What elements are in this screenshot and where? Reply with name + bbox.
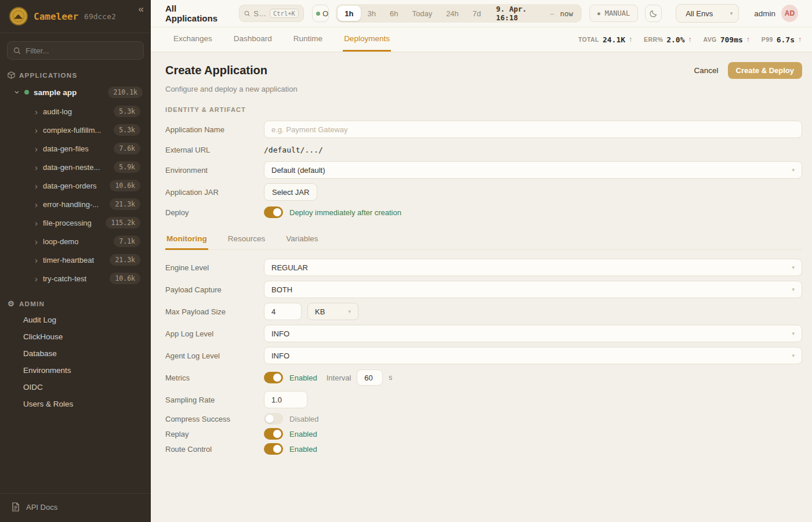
compress-success-toggle[interactable] bbox=[264, 413, 283, 425]
avatar[interactable]: AD bbox=[781, 5, 798, 22]
stat-p99-latency: P99 6.7s ↑ bbox=[762, 35, 802, 44]
global-search-input[interactable]: S… Ctrl+K bbox=[239, 5, 304, 22]
tab-monitoring[interactable]: Monitoring bbox=[165, 230, 208, 250]
app-log-level-select[interactable]: INFO ▾ bbox=[264, 325, 802, 342]
interval-unit-label: s bbox=[389, 374, 392, 382]
count-badge: 10.6k bbox=[110, 273, 140, 284]
sidebar-route-timer-heartbeat[interactable]: › timer-heartbeat 21.3k bbox=[0, 251, 151, 269]
environment-filter-select[interactable]: All Envs ▾ bbox=[676, 4, 739, 23]
metrics-interval-input[interactable] bbox=[357, 369, 383, 386]
count-badge: 7.6k bbox=[114, 143, 140, 154]
sidebar-route-loop-demo[interactable]: › loop-demo 7.1k bbox=[0, 232, 151, 251]
form-row-application-jar: Application JAR Select JAR bbox=[165, 183, 802, 201]
application-name-input[interactable] bbox=[264, 121, 802, 138]
sidebar-route-audit-log[interactable]: › audit-log 5.3k bbox=[0, 102, 151, 121]
app-name: sample app bbox=[34, 88, 77, 97]
engine-level-select[interactable]: REGULAR ▾ bbox=[264, 259, 802, 276]
field-label: Application JAR bbox=[165, 188, 264, 197]
chevron-down-icon: ▾ bbox=[787, 353, 795, 358]
select-jar-button[interactable]: Select JAR bbox=[264, 183, 317, 201]
gear-icon: ⚙ bbox=[8, 299, 15, 308]
filter-placeholder: Filter... bbox=[26, 46, 49, 55]
app-root: « Cameleer 69dcce2 Filter... bbox=[0, 0, 812, 522]
chevron-right-icon: › bbox=[35, 126, 38, 135]
environment-select[interactable]: Default (default) ▾ bbox=[264, 161, 802, 179]
agent-log-level-select[interactable]: INFO ▾ bbox=[264, 347, 802, 364]
metrics-toggle[interactable] bbox=[264, 372, 283, 383]
deploy-toggle[interactable] bbox=[264, 206, 283, 218]
sidebar-app-sample-app[interactable]: sample app 210.1k bbox=[0, 82, 151, 102]
sidebar-item-users-roles[interactable]: Users & Roles bbox=[0, 396, 151, 412]
sidebar-item-database[interactable]: Database bbox=[0, 345, 151, 362]
payload-unit-select[interactable]: KB ▾ bbox=[307, 303, 358, 320]
field-label: Metrics bbox=[165, 374, 264, 382]
refresh-mode-dot: ● bbox=[597, 11, 600, 16]
sidebar-route-file-processing[interactable]: › file-processing 115.2k bbox=[0, 213, 151, 232]
tab-variables[interactable]: Variables bbox=[285, 230, 319, 250]
count-badge: 5.3k bbox=[114, 106, 140, 117]
time-from-value[interactable]: 9. Apr. 16:18 bbox=[488, 5, 549, 22]
time-range-3h[interactable]: 3h bbox=[361, 6, 383, 21]
cancel-button[interactable]: Cancel bbox=[694, 66, 719, 75]
sidebar-route-complex-fulfillment[interactable]: › complex-fulfillm... 5.3k bbox=[0, 121, 151, 139]
brand-name: Cameleer bbox=[34, 11, 78, 22]
count-badge: 21.3k bbox=[110, 254, 140, 266]
time-range-6h[interactable]: 6h bbox=[383, 6, 405, 21]
sidebar-item-clickhouse[interactable]: ClickHouse bbox=[0, 328, 151, 345]
form-row-app-log-level: App Log Level INFO ▾ bbox=[165, 325, 802, 342]
time-range-1h[interactable]: 1h bbox=[338, 6, 360, 21]
refresh-mode-button[interactable]: ● MANUAL bbox=[589, 5, 638, 22]
sidebar-route-error-handling[interactable]: › error-handling-... 21.3k bbox=[0, 195, 151, 213]
replay-state-label: Enabled bbox=[289, 430, 317, 438]
create-deploy-button[interactable]: Create & Deploy bbox=[728, 62, 802, 79]
collapse-sidebar-icon[interactable]: « bbox=[139, 4, 144, 14]
sidebar-item-oidc[interactable]: OIDC bbox=[0, 379, 151, 396]
field-label: Environment bbox=[165, 166, 264, 175]
api-docs-link[interactable]: API Docs bbox=[0, 493, 151, 522]
nav-tabs-row: Exchanges Dashboard Runtime Deployments … bbox=[151, 27, 812, 52]
chevron-down-icon bbox=[14, 89, 20, 95]
max-payload-size-input[interactable] bbox=[264, 303, 302, 320]
chevron-right-icon: › bbox=[35, 163, 38, 172]
time-range-24h[interactable]: 24h bbox=[439, 6, 466, 21]
metrics-state-label: Enabled bbox=[289, 374, 317, 382]
identity-section-header: IDENTITY & ARTIFACT bbox=[165, 106, 802, 113]
sidebar-item-audit-log[interactable]: Audit Log bbox=[0, 311, 151, 328]
chevron-down-icon: ▾ bbox=[343, 309, 351, 314]
time-range-7d[interactable]: 7d bbox=[466, 6, 488, 21]
header-actions: Cancel Create & Deploy bbox=[694, 62, 802, 79]
sidebar-route-data-gen-orders[interactable]: › data-gen-orders 10.6k bbox=[0, 176, 151, 195]
route-control-toggle[interactable] bbox=[264, 443, 283, 455]
count-badge: 21.3k bbox=[110, 198, 140, 210]
online-status-dot bbox=[316, 12, 320, 16]
count-badge: 210.1k bbox=[108, 86, 143, 98]
sidebar-item-environments[interactable]: Environments bbox=[0, 362, 151, 379]
time-range-today[interactable]: Today bbox=[405, 6, 439, 21]
filter-input[interactable]: Filter... bbox=[7, 41, 144, 60]
field-label: App Log Level bbox=[165, 329, 264, 338]
tab-resources[interactable]: Resources bbox=[227, 230, 267, 250]
sidebar-route-data-gen-files[interactable]: › data-gen-files 7.6k bbox=[0, 139, 151, 158]
compress-success-state-label: Disabled bbox=[289, 415, 319, 423]
field-label: Route Control bbox=[165, 445, 264, 454]
trend-up-icon: ↑ bbox=[629, 35, 632, 44]
chevron-down-icon: ▾ bbox=[787, 331, 795, 336]
tab-deployments[interactable]: Deployments bbox=[343, 27, 391, 52]
chevron-right-icon: › bbox=[35, 200, 38, 209]
tab-runtime[interactable]: Runtime bbox=[292, 27, 324, 52]
sidebar-route-data-gen-nested[interactable]: › data-gen-neste... 5.9k bbox=[0, 158, 151, 176]
online-status-pill[interactable]: O bbox=[312, 5, 329, 22]
dark-mode-toggle[interactable] bbox=[645, 5, 662, 22]
page-context-title: All Applications bbox=[165, 3, 229, 23]
sidebar-route-try-catch-test[interactable]: › try-catch-test 10.6k bbox=[0, 269, 151, 288]
page-title: Create Application bbox=[165, 64, 267, 77]
tab-exchanges[interactable]: Exchanges bbox=[172, 27, 213, 52]
keyboard-shortcut-badge: Ctrl+K bbox=[270, 9, 299, 18]
create-application-page: Create Application Cancel Create & Deplo… bbox=[151, 52, 812, 522]
tab-dashboard[interactable]: Dashboard bbox=[233, 27, 273, 52]
admin-section-header: ⚙ ADMIN bbox=[0, 296, 151, 311]
time-to-value[interactable]: now bbox=[555, 9, 580, 18]
replay-toggle[interactable] bbox=[264, 428, 283, 440]
sampling-rate-input[interactable] bbox=[264, 391, 307, 408]
payload-capture-select[interactable]: BOTH ▾ bbox=[264, 281, 802, 298]
